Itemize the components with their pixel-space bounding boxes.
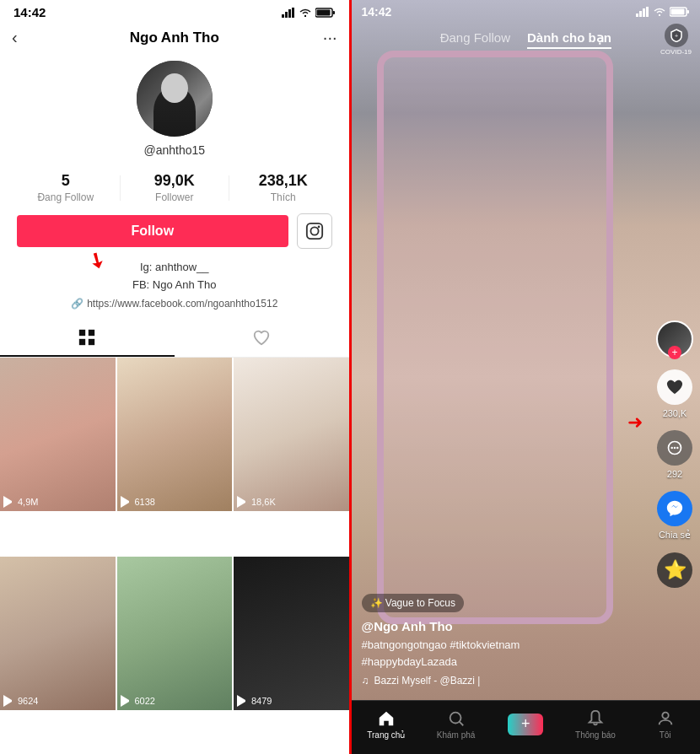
tab-videos[interactable]: [0, 320, 175, 357]
bio-link[interactable]: 🔗 https://www.facebook.com/ngoanhtho1512: [17, 298, 332, 310]
right-avatar[interactable]: [656, 320, 693, 358]
share-action-group: Chia sẻ: [657, 491, 692, 541]
action-row: Follow: [0, 207, 349, 256]
video-music: ♫ Bazzi Myself - @Bazzi |: [362, 675, 650, 687]
follower-count: 99,0K: [154, 172, 195, 190]
svg-point-9: [317, 226, 320, 229]
video-count-6: 8479: [251, 696, 272, 706]
right-top-tabs: Đang Follow Dành cho bạn: [352, 25, 701, 54]
video-thumb-5[interactable]: 6022: [117, 557, 233, 710]
svg-rect-15: [639, 11, 642, 17]
messenger-button[interactable]: [657, 491, 692, 526]
video-thumb-3[interactable]: 18,6K: [234, 358, 349, 511]
bottom-nav: Trang chủ Khám phá + Thông báo Tôi: [352, 700, 701, 754]
star-action-group: ⭐: [657, 552, 692, 588]
likes-count: 238,1K: [259, 172, 308, 190]
play-icon-5: [121, 695, 132, 707]
nav-add[interactable]: +: [491, 714, 561, 742]
right-time: 14:42: [362, 5, 392, 19]
left-header: ‹ Ngo Anh Tho ···: [0, 23, 349, 52]
svg-rect-11: [89, 329, 94, 335]
avatar-action-group: [656, 320, 693, 358]
messenger-icon: [665, 499, 684, 518]
video-overlay-6: 8479: [237, 695, 272, 707]
battery-icon: [315, 8, 336, 18]
person-icon: [656, 709, 675, 728]
svg-rect-6: [332, 11, 335, 14]
avatar-image: [137, 61, 213, 137]
more-options-button[interactable]: ···: [312, 28, 337, 47]
left-panel: 14:42 ‹ Ngo Anh Tho ···: [0, 0, 349, 754]
grid-icon: [78, 328, 96, 347]
stat-following: 5 Đang Follow: [32, 172, 100, 203]
add-button[interactable]: +: [508, 714, 543, 735]
bell-icon: [586, 709, 605, 728]
svg-rect-5: [316, 9, 330, 15]
red-divider: [349, 0, 352, 754]
nav-home[interactable]: Trang chủ: [352, 709, 422, 746]
nav-discover[interactable]: Khám phá: [421, 709, 491, 746]
star-button[interactable]: ⭐: [657, 552, 692, 588]
right-actions: 230,K 292 Chia sẻ: [656, 320, 693, 588]
svg-text:+: +: [675, 33, 678, 39]
tab-danh-cho-ban[interactable]: Dành cho bạn: [527, 30, 611, 49]
video-overlay-1: 4,9M: [3, 496, 38, 508]
link-text: https://www.facebook.com/ngoanhtho1512: [87, 298, 277, 310]
svg-point-26: [450, 712, 460, 723]
star-icon: ⭐: [664, 559, 687, 581]
nav-notifications[interactable]: Thông báo: [561, 709, 631, 746]
tab-dang-follow[interactable]: Đang Follow: [440, 30, 510, 49]
comment-button[interactable]: [657, 430, 692, 466]
follow-button[interactable]: Follow: [17, 215, 288, 247]
right-battery-icon: [670, 7, 690, 17]
nav-profile[interactable]: Tôi: [630, 709, 700, 746]
home-icon: [377, 709, 396, 728]
svg-rect-7: [306, 224, 321, 239]
video-thumb-1[interactable]: 4,9M: [0, 358, 116, 511]
play-icon-2: [121, 496, 132, 508]
instagram-button[interactable]: [297, 213, 332, 249]
covid-icon: +: [665, 24, 688, 47]
video-count-5: 6022: [135, 696, 155, 706]
red-arrow-right-icon: ➜: [627, 412, 643, 434]
svg-rect-13: [89, 338, 94, 344]
video-overlay-3: 18,6K: [237, 496, 276, 508]
bio-line-2: FB: Ngo Anh Tho: [17, 277, 332, 294]
covid-badge[interactable]: + COVID-19: [660, 24, 692, 56]
tab-liked[interactable]: [175, 320, 349, 357]
right-status-bar: 14:42: [352, 0, 701, 22]
video-count-1: 4,9M: [18, 497, 38, 507]
play-icon-6: [237, 695, 249, 707]
username-label: @anhtho15: [143, 143, 205, 157]
video-overlay-5: 6022: [121, 695, 155, 707]
bio-section: Ig: anhthow__ FB: Ngo Anh Tho 🔗 https://…: [0, 256, 349, 313]
video-overlay-4: 9624: [3, 695, 38, 707]
like-button[interactable]: [657, 369, 692, 405]
tags-text: #batngongotngao #tiktokvietnam#happybday…: [362, 638, 520, 668]
video-grid: 4,9M 6138 18,6K 9624 6022: [0, 358, 349, 754]
nav-home-label: Trang chủ: [367, 730, 405, 740]
video-overlay-2: 6138: [121, 496, 155, 508]
heart-icon: [665, 379, 684, 396]
svg-point-28: [662, 712, 668, 718]
svg-point-8: [310, 227, 318, 234]
song-badge-text: ✨ Vague to Focus: [370, 597, 456, 609]
link-icon: 🔗: [71, 298, 83, 310]
video-thumb-6[interactable]: 8479: [234, 557, 349, 710]
mirror-frame: [377, 51, 613, 624]
stats-row: 5 Đang Follow 99,0K Follower 238,1K Thíc…: [0, 172, 349, 203]
search-icon: [447, 709, 466, 728]
wifi-icon: [299, 8, 312, 18]
covid-label: COVID-19: [660, 48, 692, 56]
video-thumb-4[interactable]: 9624: [0, 557, 116, 710]
left-status-icons: [282, 8, 336, 18]
profile-name: Ngo Anh Tho: [37, 30, 312, 46]
video-info: ✨ Vague to Focus @Ngo Anh Tho #batngongo…: [362, 594, 650, 687]
right-status-icons: [636, 7, 690, 17]
svg-rect-10: [79, 329, 85, 335]
back-button[interactable]: ‹: [12, 28, 37, 47]
nav-profile-label: Tôi: [660, 730, 671, 740]
signal-icon: [282, 8, 295, 18]
video-thumb-2[interactable]: 6138: [117, 358, 233, 511]
svg-rect-14: [636, 13, 638, 17]
